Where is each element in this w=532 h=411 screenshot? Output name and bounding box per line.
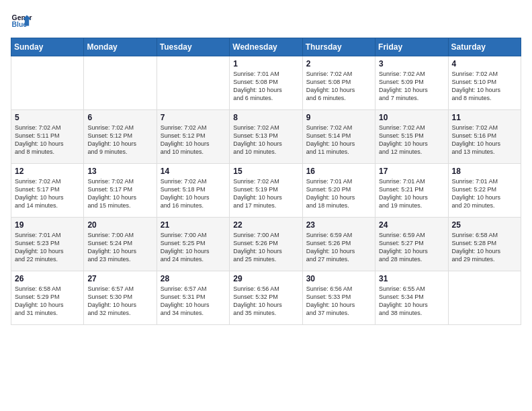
day-info: Sunrise: 7:01 AM Sunset: 5:21 PM Dayligh…: [379, 177, 444, 210]
day-cell: 19Sunrise: 7:01 AM Sunset: 5:23 PM Dayli…: [11, 218, 84, 271]
day-number: 24: [379, 220, 444, 230]
day-cell: 31Sunrise: 6:55 AM Sunset: 5:34 PM Dayli…: [375, 271, 448, 325]
day-number: 4: [452, 59, 517, 68]
day-number: 13: [87, 167, 152, 176]
day-number: 25: [452, 220, 517, 230]
day-cell: 5Sunrise: 7:02 AM Sunset: 5:11 PM Daylig…: [11, 110, 84, 164]
day-cell: 23Sunrise: 6:59 AM Sunset: 5:26 PM Dayli…: [302, 218, 375, 271]
day-info: Sunrise: 7:02 AM Sunset: 5:18 PM Dayligh…: [161, 177, 226, 210]
day-info: Sunrise: 6:56 AM Sunset: 5:32 PM Dayligh…: [233, 285, 298, 318]
day-number: 28: [161, 274, 226, 283]
day-info: Sunrise: 7:01 AM Sunset: 5:20 PM Dayligh…: [306, 177, 371, 210]
day-number: 20: [87, 220, 152, 230]
day-number: 26: [15, 274, 80, 283]
day-info: Sunrise: 7:00 AM Sunset: 5:25 PM Dayligh…: [161, 231, 226, 264]
day-cell: 8Sunrise: 7:02 AM Sunset: 5:13 PM Daylig…: [230, 110, 302, 164]
day-cell: 4Sunrise: 7:02 AM Sunset: 5:10 PM Daylig…: [448, 56, 521, 110]
day-cell: 10Sunrise: 7:02 AM Sunset: 5:15 PM Dayli…: [375, 110, 448, 164]
day-info: Sunrise: 6:58 AM Sunset: 5:29 PM Dayligh…: [15, 285, 80, 318]
day-number: 27: [87, 274, 152, 283]
day-cell: 12Sunrise: 7:02 AM Sunset: 5:17 PM Dayli…: [11, 164, 84, 218]
day-number: 22: [233, 220, 298, 230]
day-of-week-wednesday: Wednesday: [230, 38, 302, 56]
day-cell: 21Sunrise: 7:00 AM Sunset: 5:25 PM Dayli…: [157, 218, 229, 271]
day-info: Sunrise: 6:59 AM Sunset: 5:27 PM Dayligh…: [379, 231, 444, 264]
day-info: Sunrise: 7:02 AM Sunset: 5:08 PM Dayligh…: [306, 70, 371, 103]
day-of-week-monday: Monday: [84, 38, 157, 56]
day-cell: [11, 56, 84, 110]
day-number: 18: [452, 167, 517, 176]
day-info: Sunrise: 7:00 AM Sunset: 5:26 PM Dayligh…: [233, 231, 298, 264]
day-cell: [84, 56, 157, 110]
day-info: Sunrise: 7:02 AM Sunset: 5:16 PM Dayligh…: [452, 124, 517, 156]
header: General Blue: [11, 11, 521, 32]
day-info: Sunrise: 7:00 AM Sunset: 5:24 PM Dayligh…: [87, 231, 152, 264]
day-of-week-friday: Friday: [375, 38, 448, 56]
day-cell: 20Sunrise: 7:00 AM Sunset: 5:24 PM Dayli…: [84, 218, 157, 271]
day-info: Sunrise: 6:57 AM Sunset: 5:31 PM Dayligh…: [161, 285, 226, 318]
day-cell: 24Sunrise: 6:59 AM Sunset: 5:27 PM Dayli…: [375, 218, 448, 271]
day-info: Sunrise: 7:02 AM Sunset: 5:11 PM Dayligh…: [15, 124, 80, 156]
day-cell: 1Sunrise: 7:01 AM Sunset: 5:08 PM Daylig…: [230, 56, 302, 110]
day-cell: 7Sunrise: 7:02 AM Sunset: 5:12 PM Daylig…: [157, 110, 229, 164]
day-cell: 28Sunrise: 6:57 AM Sunset: 5:31 PM Dayli…: [157, 271, 229, 325]
day-number: 14: [161, 167, 226, 176]
day-number: 30: [306, 274, 371, 283]
day-number: 21: [161, 220, 226, 230]
day-number: 1: [233, 59, 298, 68]
week-row-5: 26Sunrise: 6:58 AM Sunset: 5:29 PM Dayli…: [11, 271, 521, 325]
day-info: Sunrise: 6:56 AM Sunset: 5:33 PM Dayligh…: [306, 285, 371, 318]
day-number: 10: [379, 113, 444, 122]
day-of-week-tuesday: Tuesday: [157, 38, 229, 56]
day-info: Sunrise: 6:57 AM Sunset: 5:30 PM Dayligh…: [87, 285, 152, 318]
day-cell: 25Sunrise: 6:58 AM Sunset: 5:28 PM Dayli…: [448, 218, 521, 271]
day-cell: 11Sunrise: 7:02 AM Sunset: 5:16 PM Dayli…: [448, 110, 521, 164]
logo-icon: General Blue: [11, 11, 32, 32]
day-info: Sunrise: 7:02 AM Sunset: 5:17 PM Dayligh…: [87, 177, 152, 210]
day-number: 11: [452, 113, 517, 122]
day-number: 19: [15, 220, 80, 230]
week-row-2: 5Sunrise: 7:02 AM Sunset: 5:11 PM Daylig…: [11, 110, 521, 164]
day-info: Sunrise: 7:01 AM Sunset: 5:23 PM Dayligh…: [15, 231, 80, 264]
day-info: Sunrise: 7:02 AM Sunset: 5:15 PM Dayligh…: [379, 124, 444, 156]
day-cell: 30Sunrise: 6:56 AM Sunset: 5:33 PM Dayli…: [302, 271, 375, 325]
day-of-week-saturday: Saturday: [448, 38, 521, 56]
day-number: 8: [233, 113, 298, 122]
week-row-3: 12Sunrise: 7:02 AM Sunset: 5:17 PM Dayli…: [11, 164, 521, 218]
day-info: Sunrise: 6:58 AM Sunset: 5:28 PM Dayligh…: [452, 231, 517, 264]
day-cell: 18Sunrise: 7:01 AM Sunset: 5:22 PM Dayli…: [448, 164, 521, 218]
day-number: 31: [379, 274, 444, 283]
day-cell: 29Sunrise: 6:56 AM Sunset: 5:32 PM Dayli…: [230, 271, 302, 325]
day-cell: 14Sunrise: 7:02 AM Sunset: 5:18 PM Dayli…: [157, 164, 229, 218]
days-of-week-row: SundayMondayTuesdayWednesdayThursdayFrid…: [11, 38, 521, 56]
day-info: Sunrise: 7:02 AM Sunset: 5:14 PM Dayligh…: [306, 124, 371, 156]
day-info: Sunrise: 7:02 AM Sunset: 5:12 PM Dayligh…: [161, 124, 226, 156]
calendar-table: SundayMondayTuesdayWednesdayThursdayFrid…: [11, 38, 521, 325]
day-number: 29: [233, 274, 298, 283]
day-info: Sunrise: 7:02 AM Sunset: 5:19 PM Dayligh…: [233, 177, 298, 210]
day-number: 6: [87, 113, 152, 122]
calendar-body: 1Sunrise: 7:01 AM Sunset: 5:08 PM Daylig…: [11, 56, 521, 325]
day-number: 23: [306, 220, 371, 230]
day-cell: [157, 56, 229, 110]
day-cell: 13Sunrise: 7:02 AM Sunset: 5:17 PM Dayli…: [84, 164, 157, 218]
day-cell: 6Sunrise: 7:02 AM Sunset: 5:12 PM Daylig…: [84, 110, 157, 164]
day-cell: 2Sunrise: 7:02 AM Sunset: 5:08 PM Daylig…: [302, 56, 375, 110]
day-info: Sunrise: 7:02 AM Sunset: 5:10 PM Dayligh…: [452, 70, 517, 103]
day-cell: 15Sunrise: 7:02 AM Sunset: 5:19 PM Dayli…: [230, 164, 302, 218]
day-info: Sunrise: 7:02 AM Sunset: 5:09 PM Dayligh…: [379, 70, 444, 103]
day-number: 15: [233, 167, 298, 176]
day-number: 7: [161, 113, 226, 122]
day-cell: [448, 271, 521, 325]
day-of-week-thursday: Thursday: [302, 38, 375, 56]
day-info: Sunrise: 6:59 AM Sunset: 5:26 PM Dayligh…: [306, 231, 371, 264]
day-number: 12: [15, 167, 80, 176]
day-info: Sunrise: 7:01 AM Sunset: 5:22 PM Dayligh…: [452, 177, 517, 210]
day-number: 17: [379, 167, 444, 176]
day-cell: 17Sunrise: 7:01 AM Sunset: 5:21 PM Dayli…: [375, 164, 448, 218]
day-info: Sunrise: 7:02 AM Sunset: 5:17 PM Dayligh…: [15, 177, 80, 210]
day-number: 16: [306, 167, 371, 176]
day-number: 2: [306, 59, 371, 68]
day-number: 9: [306, 113, 371, 122]
logo: General Blue: [11, 11, 32, 32]
